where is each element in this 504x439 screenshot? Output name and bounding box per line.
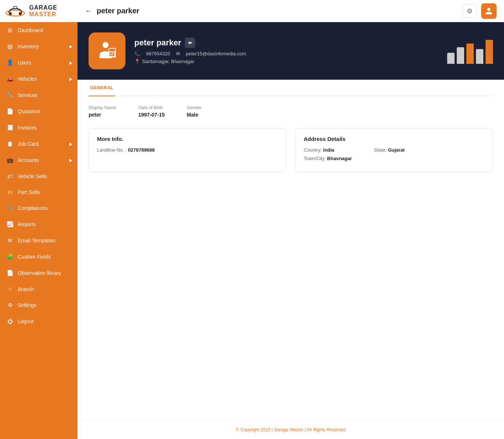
tab-general[interactable]: GENERAL xyxy=(89,80,115,96)
state-col: State: Gujarat xyxy=(374,147,405,164)
country-row: Country: India xyxy=(304,147,352,153)
sidebar-item-settings[interactable]: ⚙ Settings xyxy=(0,297,77,313)
dob-label: Date of Birth xyxy=(138,105,165,110)
profile-info: peter parker ✏ 📞 987654320 ✉ peter15@das… xyxy=(134,38,493,64)
svg-rect-11 xyxy=(113,53,114,56)
sidebar-label-inventory: Inventory xyxy=(18,44,39,49)
users-icon: 👤 xyxy=(7,59,13,66)
sidebar-label-jobcard: Job Card xyxy=(18,141,39,147)
sidebar-label-custom-fields: Custom Fields xyxy=(18,254,51,260)
sidebar-item-compliances[interactable]: 📎 Compliances xyxy=(0,200,77,216)
arrow-icon: ▶ xyxy=(69,142,72,146)
email-templates-icon: ✉ xyxy=(7,237,13,244)
sidebar-label-email-templates: Email Templates xyxy=(18,238,55,243)
logo-car-icon xyxy=(5,4,25,18)
logo-garage: GARAGE xyxy=(29,4,57,11)
chart-bar-0 xyxy=(447,53,455,64)
user-icon xyxy=(485,7,493,15)
custom-fields-icon: 🧩 xyxy=(7,253,13,260)
logo-text: GARAGE MASTER xyxy=(29,4,57,17)
address-card: Address Details Country: India Town/City… xyxy=(295,128,493,172)
sidebar: GARAGE MASTER ⊞ Dashboard ▤ Inventory ▶ … xyxy=(0,0,77,439)
footer: © Copyright 2023 | Garage Master | All R… xyxy=(77,420,504,439)
invoices-icon: 🧾 xyxy=(7,124,13,131)
sidebar-item-custom-fields[interactable]: 🧩 Custom Fields xyxy=(0,249,77,265)
edit-profile-button[interactable]: ✏ xyxy=(185,38,195,48)
page-title: peter parker xyxy=(97,7,458,15)
sidebar-label-branch: Branch xyxy=(18,286,34,292)
svg-rect-10 xyxy=(111,53,113,55)
reports-icon: 📈 xyxy=(7,221,13,228)
gear-icon: ⚙ xyxy=(467,7,473,15)
settings-button[interactable]: ⚙ xyxy=(463,4,477,18)
observation-library-icon: 📄 xyxy=(7,270,13,276)
arrow-icon: ▶ xyxy=(69,77,72,82)
sidebar-label-accounts: Accounts xyxy=(18,157,39,163)
settings-icon: ⚙ xyxy=(7,302,13,308)
display-name-label: Display Name xyxy=(89,105,116,110)
sidebar-label-reports: Reports xyxy=(18,221,36,227)
chart-bar-1 xyxy=(457,47,464,64)
arrow-icon: ▶ xyxy=(69,61,72,65)
sidebar-item-users[interactable]: 👤 Users ▶ xyxy=(0,55,77,71)
logo-master: MASTER xyxy=(29,11,57,18)
tabs: GENERAL xyxy=(89,80,493,96)
topbar: ← peter parker ⚙ xyxy=(77,0,504,22)
profile-location: 📍 Sardarnagar, Bhavnagar xyxy=(134,59,493,64)
svg-point-2 xyxy=(19,12,22,15)
sidebar-label-users: Users xyxy=(18,60,31,66)
sidebar-item-observation-library[interactable]: 📄 Observation library xyxy=(0,265,77,281)
sidebar-item-services[interactable]: 🔧 Services xyxy=(0,87,77,103)
svg-rect-7 xyxy=(111,52,113,53)
profile-header: peter parker ✏ 📞 987654320 ✉ peter15@das… xyxy=(77,22,504,80)
svg-rect-8 xyxy=(113,52,114,53)
profile-avatar xyxy=(89,32,125,69)
sidebar-item-reports[interactable]: 📈 Reports xyxy=(0,216,77,232)
sidebar-label-quotation: Quotation xyxy=(18,108,40,114)
arrow-icon: ▶ xyxy=(69,44,72,49)
display-name-value: peter xyxy=(89,112,116,118)
user-avatar-button[interactable] xyxy=(481,3,497,19)
dob-field: Date of Birth 1997-07-15 xyxy=(138,105,165,118)
sidebar-item-inventory[interactable]: ▤ Inventory ▶ xyxy=(0,38,77,55)
sidebar-item-accounts[interactable]: 💼 Accounts ▶ xyxy=(0,152,77,168)
branch-icon: ⑂ xyxy=(7,286,13,292)
quotation-icon: 📄 xyxy=(7,108,13,115)
landline-row: Landline No. : 0278789688 xyxy=(97,147,278,153)
svg-rect-9 xyxy=(109,53,111,55)
part-sells-icon: 🏷 xyxy=(7,189,13,195)
sidebar-label-compliances: Compliances xyxy=(18,205,48,211)
svg-point-1 xyxy=(9,12,12,15)
profile-contact: 📞 987654320 ✉ peter15@dasinfomedia.com xyxy=(134,51,493,56)
gender-label: Gender xyxy=(187,105,201,110)
sidebar-item-jobcard[interactable]: 📋 Job Card ▶ xyxy=(0,136,77,152)
content-area: GENERAL Display Name peter Date of Birth… xyxy=(77,80,504,420)
accounts-icon: 💼 xyxy=(7,157,13,163)
sidebar-item-email-templates[interactable]: ✉ Email Templates xyxy=(0,232,77,249)
fields-row: Display Name peter Date of Birth 1997-07… xyxy=(89,105,493,118)
svg-rect-5 xyxy=(109,49,115,51)
sidebar-item-part-sells[interactable]: 🏷 Part Sells xyxy=(0,184,77,200)
back-button[interactable]: ← xyxy=(85,7,92,15)
sidebar-label-logout: Logout xyxy=(18,318,34,324)
sidebar-label-invoices: Invoices xyxy=(18,125,37,131)
sidebar-item-dashboard[interactable]: ⊞ Dashboard xyxy=(0,22,77,38)
jobcard-icon: 📋 xyxy=(7,141,13,147)
svg-point-3 xyxy=(103,42,108,48)
sidebar-item-invoices[interactable]: 🧾 Invoices xyxy=(0,120,77,136)
avatar-icon xyxy=(96,40,118,62)
chart-bar-3 xyxy=(476,49,483,64)
location-icon: 📍 xyxy=(134,59,140,64)
sidebar-label-part-sells: Part Sells xyxy=(18,189,40,195)
sidebar-item-vehicles[interactable]: 🚗 Vehicles ▶ xyxy=(0,71,77,87)
svg-rect-13 xyxy=(111,55,113,56)
address-title: Address Details xyxy=(304,136,484,142)
phone-icon: 📞 xyxy=(134,51,140,56)
sidebar-item-logout[interactable]: ⏻ Logout xyxy=(0,313,77,329)
cards-row: More Info. Landline No. : 0278789688 Add… xyxy=(89,128,493,172)
sidebar-item-branch[interactable]: ⑂ Branch xyxy=(0,281,77,297)
sidebar-item-vehicle-sells[interactable]: 🏷 Vehicle Sells xyxy=(0,168,77,184)
bar-chart-decoration xyxy=(447,38,493,64)
sidebar-item-quotation[interactable]: 📄 Quotation xyxy=(0,103,77,120)
chart-bar-4 xyxy=(486,40,493,64)
